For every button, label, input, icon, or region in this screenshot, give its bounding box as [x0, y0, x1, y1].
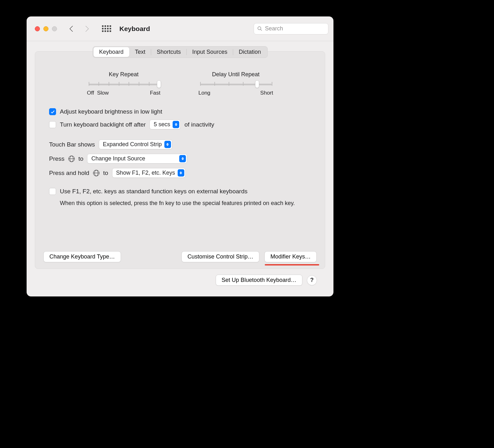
fn-keys-label: Use F1, F2, etc. keys as standard functi… [60, 188, 247, 195]
backlight-off-checkbox[interactable] [49, 121, 56, 128]
search-input[interactable] [265, 25, 325, 32]
press-hold-select[interactable]: Show F1, F2, etc. Keys [112, 168, 186, 178]
backlight-off-select[interactable]: 5 secs [149, 120, 180, 129]
modifier-keys-button[interactable]: Modifier Keys… [264, 251, 317, 262]
minimize-window-button[interactable] [43, 26, 48, 31]
delay-repeat-max-label: Short [260, 90, 273, 96]
key-repeat-slider[interactable] [89, 82, 159, 87]
press-globe-label-after: to [79, 155, 84, 162]
press-hold-label-before: Press and hold [49, 170, 89, 177]
setup-bluetooth-keyboard-button[interactable]: Set Up Bluetooth Keyboard… [216, 275, 302, 286]
key-repeat-thumb[interactable] [157, 80, 161, 88]
page-title: Keyboard [119, 25, 150, 33]
search-icon [257, 26, 263, 32]
titlebar: Keyboard [27, 16, 333, 41]
preferences-window: Keyboard Keyboard Text Shortcuts Input S… [27, 16, 333, 296]
key-repeat-max-label: Fast [150, 90, 160, 96]
window-controls [35, 26, 57, 31]
change-keyboard-type-button[interactable]: Change Keyboard Type… [43, 251, 121, 262]
show-all-icon[interactable] [102, 25, 111, 32]
delay-repeat-thumb[interactable] [255, 80, 259, 88]
press-globe-value: Change Input Source [91, 155, 145, 162]
key-repeat-slow-label: Slow [97, 90, 109, 96]
delay-repeat-label: Delay Until Repeat [199, 71, 273, 78]
backlight-off-label-after: of inactivity [184, 121, 214, 128]
customise-control-strip-button[interactable]: Customise Control Strip… [181, 251, 259, 262]
zoom-window-button[interactable] [52, 26, 57, 31]
svg-point-0 [258, 27, 261, 30]
backlight-off-value: 5 secs [154, 121, 170, 128]
svg-line-1 [261, 29, 262, 31]
close-window-button[interactable] [35, 26, 40, 31]
help-button[interactable]: ? [307, 275, 317, 285]
tab-shortcuts[interactable]: Shortcuts [151, 47, 187, 57]
stepper-icon [164, 141, 171, 148]
tab-dictation[interactable]: Dictation [233, 47, 267, 57]
search-field[interactable] [254, 23, 328, 34]
backlight-off-label-before: Turn keyboard backlight off after [60, 121, 146, 128]
globe-icon [68, 156, 75, 162]
touch-bar-select[interactable]: Expanded Control Strip [99, 140, 172, 149]
key-repeat-min-label: Off [87, 90, 94, 96]
stepper-icon [173, 121, 179, 128]
touch-bar-label: Touch Bar shows [49, 141, 95, 148]
fn-keys-checkbox[interactable] [49, 188, 56, 195]
settings-panel: Keyboard Text Shortcuts Input Sources Di… [35, 51, 325, 269]
globe-icon [93, 170, 99, 176]
tab-keyboard[interactable]: Keyboard [93, 47, 129, 57]
tab-input-sources[interactable]: Input Sources [187, 47, 233, 57]
nav-arrows [70, 27, 88, 31]
delay-repeat-min-label: Long [199, 90, 211, 96]
adjust-brightness-label: Adjust keyboard brightness in low light [60, 108, 162, 115]
press-globe-label-before: Press [49, 155, 65, 162]
delay-repeat-slider[interactable] [200, 82, 272, 87]
stepper-icon [178, 169, 184, 177]
press-hold-label-after: to [103, 170, 108, 177]
tab-bar: Keyboard Text Shortcuts Input Sources Di… [92, 46, 268, 58]
fn-keys-hint: When this option is selected, press the … [60, 199, 301, 207]
press-hold-value: Show F1, F2, etc. Keys [116, 170, 175, 176]
stepper-icon [179, 155, 186, 162]
press-globe-select[interactable]: Change Input Source [87, 154, 187, 164]
key-repeat-label: Key Repeat [87, 71, 161, 78]
tab-text[interactable]: Text [129, 47, 151, 57]
back-button[interactable] [69, 26, 76, 32]
forward-button [83, 26, 89, 32]
touch-bar-value: Expanded Control Strip [103, 141, 162, 148]
adjust-brightness-checkbox[interactable] [49, 108, 56, 115]
annotation-underline [265, 264, 319, 265]
